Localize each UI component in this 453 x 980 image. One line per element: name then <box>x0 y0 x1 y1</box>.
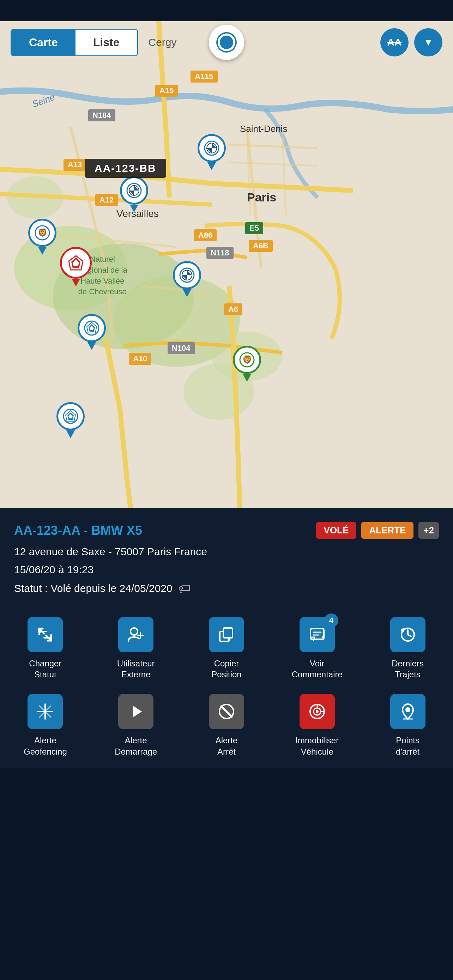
road-a10: A10 <box>129 353 151 365</box>
svg-line-48 <box>221 706 232 717</box>
text-size-button[interactable]: AA <box>380 28 408 56</box>
filter-button[interactable]: ▼ <box>414 28 442 56</box>
road-a6: A6 <box>224 303 242 315</box>
pin-tail-bmw1 <box>207 162 216 170</box>
action-immobiliser-vehicule[interactable]: ImmobiliserVéhicule <box>272 687 362 764</box>
pin-renault-3[interactable] <box>56 402 85 438</box>
tab-carte[interactable]: Carte <box>11 30 75 56</box>
vehicle-header: AA-123-AA - BMW X5 VOLÉ ALERTE +2 <box>14 522 439 539</box>
pin-tail-peugeot1 <box>38 247 46 255</box>
road-a86: A86 <box>194 229 217 241</box>
actions-grid: ChangerStatut UtilisateurExterne CopierP… <box>0 603 453 768</box>
svg-point-32 <box>130 628 138 635</box>
tab-liste[interactable]: Liste <box>75 30 137 56</box>
map-icon-buttons: AA ▼ <box>380 28 442 56</box>
immobiliser-vehicule-label: ImmobiliserVéhicule <box>295 735 339 757</box>
road-e5: E5 <box>245 222 263 234</box>
action-derniers-trajets[interactable]: DerniersTrajets <box>362 610 453 687</box>
road-a13: A13 <box>64 159 86 171</box>
svg-marker-46 <box>133 706 142 718</box>
my-location-button[interactable] <box>209 25 244 60</box>
derniers-trajets-icon <box>390 617 426 652</box>
pin-tail-renault2 <box>87 342 96 350</box>
pin-circle-bmw2 <box>120 177 148 205</box>
action-copier-position[interactable]: CopierPosition <box>181 610 272 687</box>
road-n118: N118 <box>207 247 234 259</box>
immobiliser-vehicule-icon <box>300 694 335 729</box>
text-size-icon: AA <box>387 37 402 48</box>
location-label: Cergy <box>149 37 177 48</box>
pin-circle-renault-red <box>60 247 92 279</box>
vehicle-address: 12 avenue de Saxe - 75007 Paris France <box>14 544 439 560</box>
road-a6b: A6B <box>249 240 273 252</box>
alerte-arret-icon <box>209 694 244 729</box>
copier-position-icon <box>209 617 244 652</box>
pin-peugeot-green[interactable]: 🦁 <box>233 346 261 382</box>
pin-circle-peugeot1: 🦁 <box>28 219 56 247</box>
status-bar <box>0 0 453 21</box>
road-a115: A115 <box>191 70 218 83</box>
pin-renault-red[interactable] <box>60 247 92 286</box>
alerte-geofencing-icon <box>27 694 63 729</box>
points-darret-icon <box>390 694 426 729</box>
pin-peugeot-1[interactable]: 🦁 <box>28 219 56 255</box>
tag-icon: 🏷 <box>178 581 191 596</box>
vehicle-panel: AA-123-AA - BMW X5 VOLÉ ALERTE +2 12 ave… <box>0 508 453 768</box>
filter-icon: ▼ <box>423 37 433 48</box>
status-text: Statut : Volé depuis le 24/05/2020 <box>14 582 173 594</box>
commentaire-badge: 4 <box>324 614 339 628</box>
view-tab-group: Carte Liste <box>11 29 138 56</box>
pin-circle-bmw3 <box>173 261 201 289</box>
svg-rect-36 <box>223 628 232 638</box>
action-alerte-arret[interactable]: AlerteArrêt <box>181 687 272 764</box>
alerte-demarrage-icon <box>118 694 153 729</box>
pin-circle-peugeot-green: 🦁 <box>233 346 261 374</box>
action-voir-commentaire[interactable]: 4 VoirCommentaire <box>272 610 362 687</box>
svg-point-54 <box>405 707 410 712</box>
pin-tail-bmw3 <box>183 289 191 297</box>
action-alerte-demarrage[interactable]: AlerteDémarrage <box>91 687 181 764</box>
vehicle-status: Statut : Volé depuis le 24/05/2020 🏷 <box>14 581 439 596</box>
badge-group: VOLÉ ALERTE +2 <box>316 522 439 539</box>
changer-statut-icon <box>27 617 63 652</box>
pin-bmw-3[interactable] <box>173 261 201 297</box>
action-points-darret[interactable]: Pointsd'arrêt <box>362 687 453 764</box>
changer-statut-label: ChangerStatut <box>29 658 61 680</box>
utilisateur-externe-icon <box>118 617 153 652</box>
road-a12: A12 <box>95 194 118 206</box>
action-alerte-geofencing[interactable]: AlerteGeofencing <box>0 687 91 764</box>
pin-bmw-2[interactable] <box>120 177 148 212</box>
pin-tail-renault-red <box>72 279 80 286</box>
road-n184: N184 <box>88 109 115 121</box>
points-darret-label: Pointsd'arrêt <box>396 735 420 757</box>
map-container: Carte Liste Cergy AA ▼ A115 A15 N184 A13… <box>0 21 453 508</box>
derniers-trajets-label: DerniersTrajets <box>392 658 424 680</box>
pin-circle-renault2 <box>78 314 106 342</box>
location-dot <box>218 33 235 51</box>
pin-circle-renault3 <box>56 402 85 430</box>
pin-renault-2[interactable] <box>78 314 106 350</box>
action-utilisateur-externe[interactable]: UtilisateurExterne <box>91 610 181 687</box>
badge-count: +2 <box>418 522 439 539</box>
vehicle-title[interactable]: AA-123-AA - BMW X5 <box>14 523 142 538</box>
utilisateur-externe-label: UtilisateurExterne <box>117 658 155 680</box>
alerte-demarrage-label: AlerteDémarrage <box>114 735 157 757</box>
road-n104: N104 <box>168 342 195 354</box>
road-a15: A15 <box>155 85 178 97</box>
alerte-geofencing-label: AlerteGeofencing <box>24 735 67 757</box>
alerte-arret-label: AlerteArrêt <box>216 735 238 757</box>
vehicle-plate-label[interactable]: AA-123-BB <box>85 159 166 178</box>
action-changer-statut[interactable]: ChangerStatut <box>0 610 91 687</box>
svg-text:🦁: 🦁 <box>38 228 48 237</box>
pin-tail-bmw2 <box>130 205 138 212</box>
pin-bmw-1[interactable] <box>197 134 226 170</box>
copier-position-label: CopierPosition <box>211 658 241 680</box>
voir-commentaire-icon: 4 <box>300 617 335 652</box>
voir-commentaire-label: VoirCommentaire <box>292 658 343 680</box>
pin-tail-peugeot-green <box>243 374 251 382</box>
badge-vole: VOLÉ <box>316 522 357 539</box>
svg-point-51 <box>316 710 319 713</box>
badge-alerte: ALERTE <box>361 522 413 539</box>
pin-tail-renault3 <box>66 430 75 438</box>
vehicle-info-section: AA-123-AA - BMW X5 VOLÉ ALERTE +2 12 ave… <box>0 508 453 603</box>
